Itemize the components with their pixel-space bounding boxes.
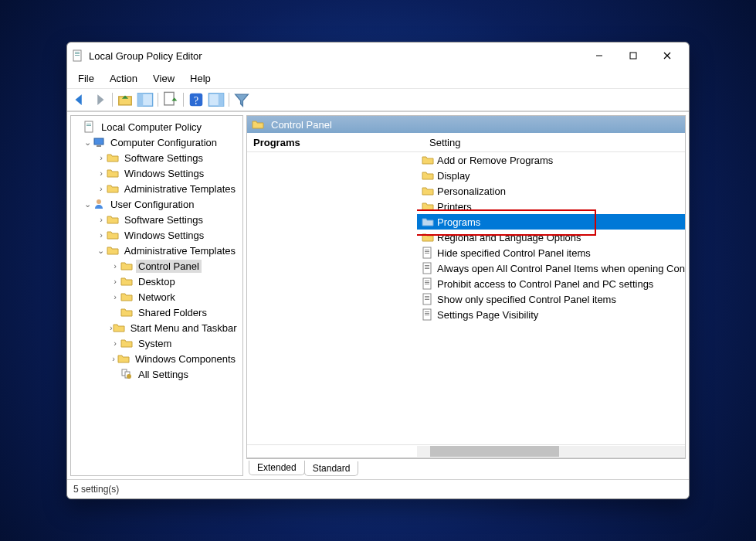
menu-file[interactable]: File xyxy=(72,70,100,87)
tree-root[interactable]: ▪ Local Computer Policy xyxy=(73,119,242,134)
menu-action[interactable]: Action xyxy=(103,70,144,87)
folder-icon xyxy=(107,182,119,195)
svg-rect-20 xyxy=(97,145,101,147)
help-button[interactable]: ? xyxy=(187,90,205,109)
tree-label: Shared Folders xyxy=(136,306,209,319)
tree-desktop[interactable]: ›Desktop xyxy=(73,274,242,289)
setting-row[interactable]: Personalization xyxy=(417,183,685,199)
setting-label: Regional and Language Options xyxy=(437,232,581,243)
tree-uc-admin-templates[interactable]: ⌄Administrative Templates xyxy=(73,243,242,258)
forward-button[interactable] xyxy=(90,90,109,109)
setting-row[interactable]: Printers xyxy=(417,199,685,214)
up-folder-button[interactable] xyxy=(116,90,134,109)
svg-rect-5 xyxy=(630,53,636,59)
menu-view[interactable]: View xyxy=(147,70,181,87)
tree-pane[interactable]: ▪ Local Computer Policy ⌄ Computer Confi… xyxy=(70,115,243,476)
show-hide-action-pane-button[interactable] xyxy=(207,90,225,109)
horizontal-scrollbar[interactable] xyxy=(247,444,685,458)
tabstrip: Extended Standard xyxy=(246,458,686,476)
svg-rect-35 xyxy=(425,281,429,281)
tree-label: Windows Components xyxy=(133,352,238,366)
svg-point-21 xyxy=(97,199,101,204)
tab-standard[interactable]: Standard xyxy=(304,461,359,476)
column-headers: Programs Setting xyxy=(247,133,685,152)
folder-icon xyxy=(252,118,264,131)
expander-icon[interactable]: › xyxy=(96,184,107,193)
setting-row[interactable]: Show only specified Control Panel items xyxy=(417,291,685,307)
expander-icon[interactable]: › xyxy=(110,354,117,363)
setting-label: Always open All Control Panel Items when… xyxy=(437,263,685,274)
expander-icon[interactable]: ⌄ xyxy=(82,199,93,209)
tree-shared-folders[interactable]: ·Shared Folders xyxy=(73,305,242,320)
filter-button[interactable] xyxy=(232,90,251,109)
folder-icon xyxy=(107,244,119,257)
setting-label: Personalization xyxy=(437,185,506,197)
setting-row[interactable]: Prohibit access to Control Panel and PC … xyxy=(417,276,685,291)
policy-icon xyxy=(422,247,434,259)
minimize-button[interactable] xyxy=(582,45,616,66)
tree-network[interactable]: ›Network xyxy=(73,289,242,305)
svg-rect-18 xyxy=(86,125,91,126)
expander-icon[interactable]: › xyxy=(110,339,120,348)
tree-computer-configuration[interactable]: ⌄ Computer Configuration xyxy=(73,134,242,150)
tree-control-panel[interactable]: ›Control Panel xyxy=(73,258,242,274)
svg-rect-11 xyxy=(164,92,174,105)
expander-icon[interactable]: ⌄ xyxy=(96,246,107,256)
titlebar[interactable]: Local Group Policy Editor xyxy=(67,43,689,69)
back-button[interactable] xyxy=(70,90,89,109)
column-setting[interactable]: Setting xyxy=(423,137,685,148)
tab-extended[interactable]: Extended xyxy=(249,461,305,475)
tree-cc-windows-settings[interactable]: ›Windows Settings xyxy=(73,165,242,181)
tree-cc-software-settings[interactable]: ›Software Settings xyxy=(73,150,242,165)
setting-row[interactable]: Always open All Control Panel Items when… xyxy=(417,260,685,276)
setting-row[interactable]: Regional and Language Options xyxy=(417,230,685,245)
tree-user-configuration[interactable]: ⌄ User Configuration xyxy=(73,196,242,212)
tree-uc-windows-settings[interactable]: ›Windows Settings xyxy=(73,227,242,243)
body-pane: ▪ Local Computer Policy ⌄ Computer Confi… xyxy=(67,111,689,479)
all-settings-icon xyxy=(120,368,133,380)
tree-start-menu[interactable]: ›Start Menu and Taskbar xyxy=(73,320,242,335)
folder-icon xyxy=(107,229,119,241)
scroll-thumb[interactable] xyxy=(430,446,559,457)
tree-windows-components[interactable]: ›Windows Components xyxy=(73,351,242,366)
tree-label: Control Panel xyxy=(136,260,202,273)
folder-icon xyxy=(107,213,119,226)
setting-row[interactable]: Settings Page Visibility xyxy=(417,307,685,322)
expander-icon[interactable]: › xyxy=(110,277,120,286)
expander-icon[interactable]: › xyxy=(96,230,107,240)
svg-rect-10 xyxy=(137,94,143,107)
svg-rect-40 xyxy=(425,298,429,298)
expander-icon[interactable]: › xyxy=(110,261,120,270)
setting-row[interactable]: Add or Remove Programs xyxy=(417,152,685,168)
export-list-button[interactable] xyxy=(161,90,180,109)
expander-icon[interactable]: › xyxy=(110,292,120,301)
expander-icon[interactable]: ⌄ xyxy=(82,138,93,148)
settings-list[interactable]: Add or Remove ProgramsDisplayPersonaliza… xyxy=(417,152,685,444)
svg-rect-29 xyxy=(425,253,429,253)
menu-help[interactable]: Help xyxy=(184,70,217,87)
setting-row[interactable]: Hide specified Control Panel items xyxy=(417,245,685,260)
tree-label: Administrative Templates xyxy=(122,244,238,257)
tree-cc-admin-templates[interactable]: ›Administrative Templates xyxy=(73,181,242,196)
setting-label: Settings Page Visibility xyxy=(437,309,538,321)
tree-label: Start Menu and Taskbar xyxy=(128,322,239,335)
setting-row[interactable]: Programs xyxy=(417,214,685,230)
column-left: Programs xyxy=(247,137,423,148)
expander-icon[interactable]: › xyxy=(96,168,107,178)
svg-rect-45 xyxy=(425,315,429,315)
setting-row[interactable]: Display xyxy=(417,168,685,183)
expander-icon[interactable]: › xyxy=(96,215,107,224)
setting-label: Hide specified Control Panel items xyxy=(437,247,591,259)
folder-icon xyxy=(120,291,133,303)
folder-icon xyxy=(120,337,133,349)
expander-icon[interactable]: › xyxy=(96,153,107,162)
svg-rect-33 xyxy=(425,268,429,269)
show-hide-tree-button[interactable] xyxy=(136,90,154,109)
folder-icon xyxy=(120,260,133,272)
maximize-button[interactable] xyxy=(616,45,650,66)
tree-uc-software-settings[interactable]: ›Software Settings xyxy=(73,212,242,227)
tree-label: Computer Configuration xyxy=(108,136,219,149)
tree-all-settings[interactable]: ·All Settings xyxy=(73,366,242,382)
tree-system[interactable]: ›System xyxy=(73,335,242,351)
close-button[interactable] xyxy=(650,45,684,66)
